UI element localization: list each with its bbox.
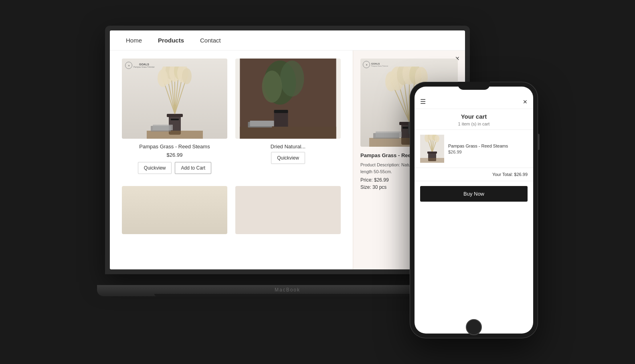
product-image-3-placeholder xyxy=(122,186,227,234)
svg-point-24 xyxy=(262,71,282,103)
svg-point-15 xyxy=(182,68,192,84)
svg-rect-1 xyxy=(167,114,183,117)
phone-cart-title: Your cart xyxy=(415,109,533,121)
quickview-button-2[interactable]: Quickview xyxy=(271,152,305,164)
product-img-svg-2 xyxy=(235,59,341,139)
product-image-2 xyxy=(235,59,341,139)
phone-item-info: Pampas Grass - Reed Steams $26.99 xyxy=(448,144,528,154)
svg-rect-29 xyxy=(250,121,274,126)
logo-circle: ⚜ xyxy=(125,62,132,69)
add-to-cart-button-1[interactable]: Add to Cart xyxy=(175,162,211,174)
quickview-logo-text: GOALS Pampas Grass Trimmer xyxy=(371,63,388,67)
pampas-illustration-1: ⚜ GOALS Pampas Grass Trimmer xyxy=(122,59,227,139)
product-card-2: Dried Natural... Quickview xyxy=(235,59,341,174)
pampas-svg-1 xyxy=(147,67,203,139)
scene: Home Products Contact xyxy=(97,26,538,338)
product-card-4 xyxy=(235,186,341,234)
phone-power-button xyxy=(538,134,540,150)
phone-home-button[interactable] xyxy=(466,319,482,335)
svg-rect-26 xyxy=(274,110,288,113)
svg-rect-27 xyxy=(240,127,336,139)
phone-header: ☰ ✕ xyxy=(415,95,533,109)
product-card-3 xyxy=(122,186,227,234)
phone-cart-item: Pampas Grass - Reed Steams $26.99 xyxy=(415,130,533,168)
quickview-button-1[interactable]: Quickview xyxy=(138,162,172,174)
product-image-4-placeholder xyxy=(235,186,341,234)
phone-screen-content: ☰ ✕ Your cart 1 item (s) in cart xyxy=(415,87,533,334)
logo-brand: GOALS xyxy=(133,63,155,66)
product-name-1: Pampas Grass - Reed Steams xyxy=(122,144,227,150)
phone-close-icon[interactable]: ✕ xyxy=(523,99,528,105)
svg-rect-61 xyxy=(420,158,444,163)
phone-cart-total: Your Total: $26.99 xyxy=(415,168,533,181)
product-card-1: ⚜ GOALS Pampas Grass Trimmer xyxy=(122,59,227,174)
nav-contact[interactable]: Contact xyxy=(200,37,221,44)
svg-point-58 xyxy=(435,135,439,142)
svg-rect-47 xyxy=(376,131,402,137)
phone-cart-count: 1 item (s) in cart xyxy=(415,121,533,130)
phone-hamburger-icon[interactable]: ☰ xyxy=(420,98,426,105)
laptop-brand-label: MacBook xyxy=(275,287,300,293)
phone-item-svg xyxy=(420,135,444,163)
phone-buy-now-button[interactable]: Buy Now xyxy=(420,186,528,202)
phone-body: ☰ ✕ Your cart 1 item (s) in cart xyxy=(410,82,538,338)
phone-item-image xyxy=(420,135,444,163)
phone-notch xyxy=(458,82,490,90)
svg-rect-17 xyxy=(147,131,203,139)
product-price-1: $26.99 xyxy=(122,152,227,158)
products-grid: ⚜ GOALS Pampas Grass Trimmer xyxy=(122,59,341,234)
svg-rect-2 xyxy=(171,119,179,120)
nav-home[interactable]: Home xyxy=(126,37,142,44)
phone: ☰ ✕ Your cart 1 item (s) in cart xyxy=(410,82,538,338)
product-actions-2: Quickview xyxy=(235,152,341,164)
svg-rect-19 xyxy=(153,125,173,130)
phone-item-name: Pampas Grass - Reed Steams xyxy=(448,144,528,148)
phone-screen: ☰ ✕ Your cart 1 item (s) in cart xyxy=(415,87,533,334)
product-name-2: Dried Natural... xyxy=(235,144,341,150)
svg-point-16 xyxy=(158,69,168,87)
product-image-1: ⚜ GOALS Pampas Grass Trimmer xyxy=(122,59,227,139)
nav-bar: Home Products Contact xyxy=(110,30,465,51)
product-actions-1: Quickview Add to Cart xyxy=(122,162,227,174)
svg-point-44 xyxy=(385,71,397,91)
products-area: ⚜ GOALS Pampas Grass Trimmer xyxy=(110,51,353,269)
phone-item-price: $26.99 xyxy=(448,150,528,154)
svg-rect-60 xyxy=(427,152,437,154)
nav-products[interactable]: Products xyxy=(158,37,184,44)
svg-point-23 xyxy=(280,61,304,97)
laptop-foot xyxy=(154,294,421,296)
phone-volume-button xyxy=(408,122,410,134)
